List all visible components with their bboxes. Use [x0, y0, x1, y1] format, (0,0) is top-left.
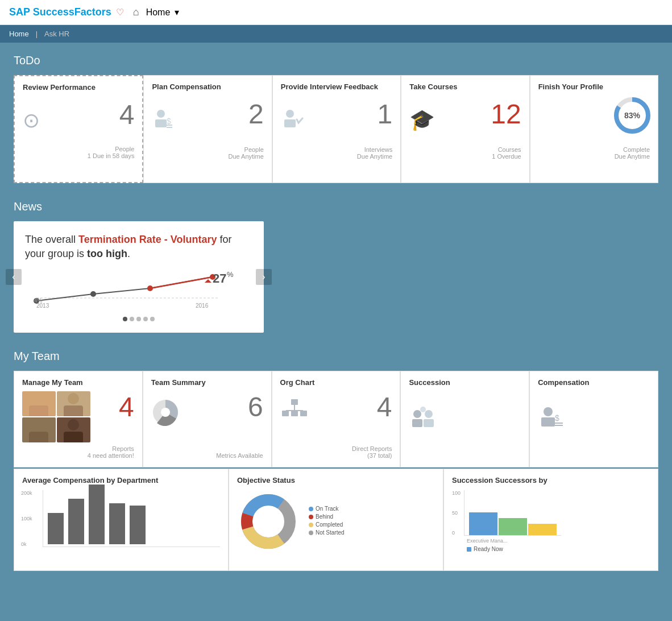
objective-status-title: Objective Status: [237, 476, 435, 485]
team-card-succession[interactable]: Succession: [400, 371, 529, 467]
behind-label: Behind: [316, 514, 333, 520]
news-section: News The overall Termination Rate - Volu…: [14, 200, 658, 333]
succ-y-0: 0: [452, 530, 461, 536]
breadcrumb-ask-hr[interactable]: Ask HR: [44, 30, 69, 38]
succ-y-100: 100: [452, 490, 461, 496]
succession-chart-area: 100 50 0 Executive Mana... Read: [452, 490, 650, 552]
svg-line-15: [150, 277, 213, 288]
objective-legend: On Track Behind Completed Not Start: [309, 506, 345, 537]
todo-cards-container: Review Performance ⊙ 4 People1 Due in 58…: [14, 75, 658, 183]
my-team-section: My Team Manage My Team: [14, 350, 658, 571]
avg-compensation-title: Average Compensation by Department: [22, 476, 220, 485]
team-summary-number: 6: [248, 391, 263, 423]
finish-profile-title: Finish Your Profile: [538, 82, 650, 91]
compensation-title: Compensation: [538, 378, 650, 387]
svg-rect-27: [29, 432, 48, 443]
manage-my-team-title: Manage My Team: [22, 378, 134, 387]
svg-rect-23: [29, 405, 48, 417]
legend-behind: Behind: [309, 514, 345, 520]
home-nav-label: Home: [146, 7, 171, 18]
svg-rect-25: [64, 405, 83, 417]
succession-chart-title: Succession Successors by: [452, 476, 650, 485]
speedometer-icon: ⊙: [23, 109, 134, 133]
svg-text:%: %: [227, 270, 234, 279]
plan-compensation-number: 2: [248, 98, 264, 130]
take-courses-title: Take Courses: [409, 82, 521, 91]
svg-rect-37: [300, 411, 307, 416]
bar-chart-area: [43, 490, 220, 547]
team-photo-2: [57, 391, 90, 416]
interview-icon: [281, 108, 392, 133]
todo-card-finish-profile[interactable]: Finish Your Profile 83% CompleteDue Anyt…: [530, 75, 658, 183]
home-nav[interactable]: Home ▾: [146, 7, 180, 18]
todo-card-plan-compensation[interactable]: Plan Compensation $ 2 PeopleDue Anytime: [143, 75, 272, 183]
news-headline: The overall Termination Rate - Voluntary…: [25, 233, 252, 261]
team-card-compensation[interactable]: Compensation $: [529, 371, 658, 467]
org-chart-sub: Direct Reports(37 total): [352, 445, 392, 459]
team-card-org-chart[interactable]: Org Chart 4 Direct Reports(37 total): [272, 371, 401, 467]
todo-card-interview-feedback[interactable]: Provide Interview Feedback 1 InterviewsD…: [272, 75, 401, 183]
svg-text:4%: 4%: [34, 297, 43, 304]
bar-4: [109, 503, 125, 544]
dot-2[interactable]: [130, 317, 134, 321]
svg-point-28: [68, 419, 79, 430]
news-prev-button[interactable]: ‹: [6, 269, 22, 285]
news-text-part1: The overall: [25, 234, 78, 245]
svg-point-31: [161, 408, 170, 417]
chevron-down-icon: ▾: [175, 7, 179, 18]
home-house-icon[interactable]: ⌂: [133, 6, 139, 18]
team-card-manage-my-team[interactable]: Manage My Team: [14, 371, 143, 467]
news-text-bold: too high: [87, 248, 127, 259]
svg-text:83%: 83%: [624, 111, 641, 120]
team-photo-1: [22, 391, 56, 416]
logo-text: SAP SuccessFactors: [9, 6, 111, 18]
dot-4[interactable]: [143, 317, 148, 321]
dot-5[interactable]: [150, 317, 155, 321]
finish-profile-sub: CompleteDue Anytime: [615, 146, 650, 160]
dot-1[interactable]: [123, 317, 127, 321]
todo-card-review-performance[interactable]: Review Performance ⊙ 4 People1 Due in 58…: [14, 75, 143, 183]
interview-feedback-number: 1: [378, 98, 393, 130]
svg-rect-32: [291, 399, 298, 405]
team-photo-4: [57, 417, 90, 442]
team-summary-sub: Metrics Available: [216, 452, 263, 459]
breadcrumb-home[interactable]: Home: [9, 30, 29, 38]
completed-dot: [309, 523, 313, 527]
review-performance-sub: People1 Due in 58 days: [88, 146, 135, 159]
take-courses-sub: Courses1 Overdue: [492, 146, 521, 160]
todo-card-take-courses[interactable]: Take Courses 🎓 12 Courses1 Overdue: [401, 75, 529, 183]
svg-point-26: [33, 419, 44, 430]
svg-text:$: $: [167, 117, 171, 126]
dot-3[interactable]: [136, 317, 141, 321]
svg-point-22: [33, 393, 44, 404]
compensation-icon: $: [152, 108, 263, 135]
interview-feedback-title: Provide Interview Feedback: [281, 82, 392, 91]
svg-rect-6: [284, 119, 296, 127]
take-courses-number: 12: [491, 98, 521, 130]
svg-point-0: [157, 110, 165, 118]
succ-legend-ready-now: Ready Now: [467, 546, 650, 552]
succession-chart-card: Succession Successors by 100 50 0: [443, 469, 658, 571]
interview-feedback-sub: InterviewsDue Anytime: [357, 146, 392, 160]
svg-point-38: [413, 410, 421, 418]
review-performance-title: Review Performance: [23, 83, 134, 92]
bar-5: [130, 506, 146, 544]
y-label-200k: 200k: [21, 490, 32, 496]
bar-3: [89, 485, 105, 544]
news-text-end: .: [127, 248, 130, 259]
on-track-dot: [309, 507, 313, 511]
ready-now-label: Ready Now: [474, 546, 503, 552]
svg-text:2016: 2016: [196, 303, 209, 309]
plan-compensation-title: Plan Compensation: [152, 82, 263, 91]
team-card-team-summary[interactable]: Team Summary 6 Metrics Available: [143, 371, 272, 467]
svg-point-24: [68, 393, 79, 404]
news-line-chart: 2013 2016 4% 27 %: [25, 267, 252, 312]
succession-title: Succession: [409, 378, 521, 387]
svg-rect-35: [282, 411, 289, 416]
bar-2: [68, 499, 84, 544]
review-performance-number: 4: [119, 99, 135, 130]
bar-chart-wrapper: 200k 100k 0k: [43, 490, 220, 547]
breadcrumb-separator: |: [36, 30, 38, 38]
succ-y-50: 50: [452, 510, 461, 516]
news-next-button[interactable]: ›: [256, 269, 272, 285]
